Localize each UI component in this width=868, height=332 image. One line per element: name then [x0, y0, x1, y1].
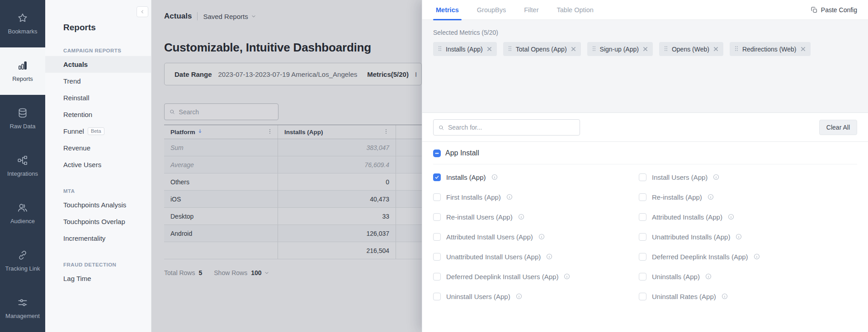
remove-chip-icon[interactable] [571, 46, 576, 53]
sidebar-item-touchpoints-analysis[interactable]: Touchpoints Analysis [45, 196, 151, 213]
metric-option[interactable]: Unattributed Install Users (App) [433, 247, 639, 267]
report-config-bar[interactable]: Date Range 2023-07-13-2023-07-19 America… [164, 63, 422, 85]
drag-handle-icon[interactable] [438, 46, 442, 53]
rail-item-audience[interactable]: Audience [0, 190, 45, 237]
remove-chip-icon[interactable] [487, 46, 492, 53]
metric-search-input[interactable] [448, 124, 575, 131]
app-install-header[interactable]: App Install [433, 149, 857, 157]
info-icon[interactable] [713, 174, 719, 180]
rail-item-bookmarks[interactable]: Bookmarks [0, 0, 45, 47]
info-icon[interactable] [722, 293, 728, 299]
collapse-sidebar-button[interactable] [137, 6, 148, 17]
metric-option[interactable]: Attributed Installs (App) [639, 207, 760, 227]
checkbox-unchecked[interactable] [639, 293, 646, 300]
checkbox-unchecked[interactable] [433, 213, 441, 221]
metric-option[interactable]: Attributed Install Users (App) [433, 227, 639, 247]
table-header-row: Platform Installs (App) [164, 125, 422, 139]
checkbox-unchecked[interactable] [639, 213, 646, 221]
metric-option[interactable]: Uninstall Rates (App) [639, 286, 760, 306]
tab-groupbys[interactable]: GroupBys [474, 0, 509, 20]
metric-option[interactable]: Uninstall Users (App) [433, 286, 639, 306]
paste-config-button[interactable]: Paste Config [811, 6, 857, 14]
sidebar-item-lag-time[interactable]: Lag Time [45, 270, 151, 287]
sidebar-item-trend[interactable]: Trend [45, 73, 151, 89]
table-search-input[interactable] [179, 108, 274, 116]
checkbox-unchecked[interactable] [639, 273, 646, 281]
collapse-section-icon[interactable] [433, 150, 441, 157]
column-header-platform[interactable]: Platform [164, 125, 278, 139]
saved-reports-dropdown[interactable]: Saved Reports [203, 13, 256, 20]
metric-chip[interactable]: Redirections (Web) [730, 42, 811, 56]
metric-search-box[interactable] [433, 119, 580, 136]
rail-item-reports[interactable]: Reports [0, 47, 45, 95]
info-icon[interactable] [754, 253, 760, 260]
rail-item-raw-data[interactable]: Raw Data [0, 95, 45, 142]
tab-metrics[interactable]: Metrics [433, 0, 462, 20]
rail-item-integrations[interactable]: Integrations [0, 142, 45, 190]
checkbox-unchecked[interactable] [433, 293, 441, 300]
clear-all-button[interactable]: Clear All [819, 120, 857, 135]
remove-chip-icon[interactable] [801, 46, 806, 53]
checkbox-unchecked[interactable] [433, 233, 441, 241]
tab-table-option[interactable]: Table Option [554, 0, 596, 20]
sort-desc-icon[interactable] [197, 128, 203, 136]
sidebar-item-incrementality[interactable]: Incrementality [45, 230, 151, 247]
rail-item-management[interactable]: Management [0, 285, 45, 332]
checkbox-unchecked[interactable] [639, 193, 646, 201]
metric-option-installs-app[interactable]: Installs (App) [433, 167, 639, 187]
metric-chip[interactable]: Installs (App) [433, 42, 497, 56]
tab-filter[interactable]: Filter [521, 0, 541, 20]
metric-option[interactable]: First Installs (App) [433, 187, 639, 207]
metric-option[interactable]: Uninstalls (App) [639, 267, 760, 286]
metric-option[interactable]: Deferred Deeplink Install Users (App) [433, 267, 639, 286]
checkbox-checked[interactable] [433, 173, 441, 181]
drag-handle-icon[interactable] [664, 46, 668, 53]
checkbox-unchecked[interactable] [639, 253, 646, 261]
drag-handle-icon[interactable] [735, 46, 738, 53]
metric-option[interactable]: Install Users (App) [639, 167, 760, 187]
sidebar-item-revenue[interactable]: Revenue [45, 140, 151, 156]
info-icon[interactable] [491, 174, 498, 180]
checkbox-unchecked[interactable] [433, 253, 441, 261]
rail-item-label: Tracking Link [3, 265, 42, 272]
drag-handle-icon[interactable] [592, 46, 596, 53]
checkbox-unchecked[interactable] [639, 233, 646, 241]
sidebar-item-reinstall[interactable]: Reinstall [45, 89, 151, 106]
sidebar-item-retention[interactable]: Retention [45, 106, 151, 123]
drag-handle-icon[interactable] [508, 46, 512, 53]
show-rows-value: 100 [251, 269, 261, 276]
metric-chip[interactable]: Opens (Web) [659, 42, 723, 56]
column-header-installs[interactable]: Installs (App) [278, 125, 396, 139]
checkbox-unchecked[interactable] [639, 173, 646, 181]
sidebar-item-actuals[interactable]: Actuals [45, 56, 151, 73]
remove-chip-icon[interactable] [643, 46, 648, 53]
table-search-box[interactable] [164, 103, 278, 120]
checkbox-unchecked[interactable] [433, 193, 441, 201]
info-icon[interactable] [538, 234, 545, 240]
info-icon[interactable] [708, 194, 714, 200]
metric-option[interactable]: Deferred Deeplink Installs (App) [639, 247, 760, 267]
remove-chip-icon[interactable] [713, 46, 718, 53]
rail-item-tracking-link[interactable]: Tracking Link [0, 237, 45, 285]
show-rows-dropdown[interactable]: 100 [251, 269, 269, 276]
info-icon[interactable] [516, 293, 522, 299]
info-icon[interactable] [728, 214, 734, 220]
metric-option[interactable]: Re-install Users (App) [433, 207, 639, 227]
checkbox-unchecked[interactable] [433, 273, 441, 281]
sidebar-item-touchpoints-overlap[interactable]: Touchpoints Overlap [45, 213, 151, 230]
column-menu-icon[interactable] [383, 128, 389, 136]
sidebar-item-active-users[interactable]: Active Users [45, 156, 151, 173]
metric-chip[interactable]: Sign-up (App) [587, 42, 653, 56]
metric-option[interactable]: Re-installs (App) [639, 187, 760, 207]
info-icon[interactable] [506, 194, 513, 200]
info-icon[interactable] [736, 234, 742, 240]
info-icon[interactable] [705, 273, 712, 280]
column-menu-icon[interactable] [267, 128, 273, 136]
metric-option[interactable]: Unattributed Installs (App) [639, 227, 760, 247]
metric-chip[interactable]: Total Opens (App) [503, 42, 581, 56]
info-icon[interactable] [546, 253, 552, 260]
info-icon[interactable] [518, 214, 524, 220]
info-icon[interactable] [564, 273, 570, 280]
chevron-down-icon [264, 270, 269, 276]
sidebar-item-funnel[interactable]: FunnelBeta [45, 123, 151, 140]
